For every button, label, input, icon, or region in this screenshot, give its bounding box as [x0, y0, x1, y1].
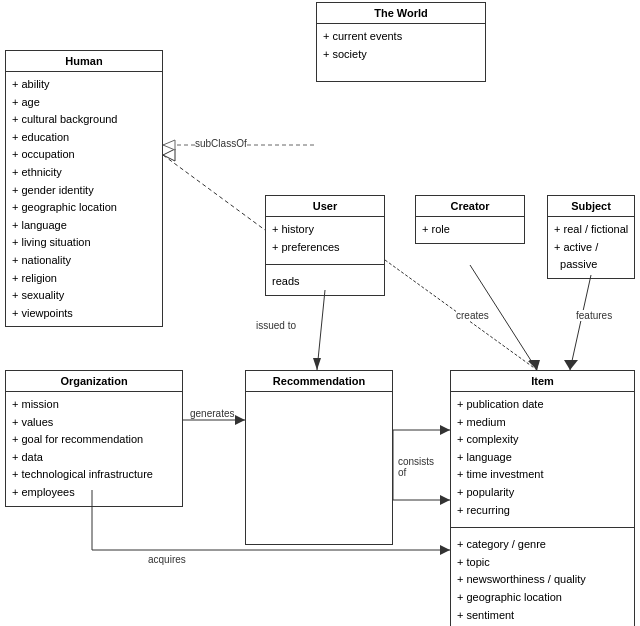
box-recommendation-body: [246, 392, 392, 400]
box-subject-body: + real / fictional + active / passive: [548, 217, 634, 278]
svg-line-11: [570, 275, 591, 370]
box-the-world: The World + current events + society: [316, 2, 486, 82]
label-generates: generates: [190, 408, 234, 419]
box-creator-body: + role: [416, 217, 524, 243]
box-subject-title: Subject: [548, 196, 634, 217]
svg-marker-19: [528, 360, 539, 370]
label-features: features: [576, 310, 612, 321]
box-creator-title: Creator: [416, 196, 524, 217]
label-consists-of: consistsof: [398, 456, 434, 478]
svg-line-2: [317, 290, 325, 370]
box-item-body2: + category / genre + topic + newsworthin…: [451, 532, 634, 626]
box-the-world-title: The World: [317, 3, 485, 24]
label-subclassof: subClassOf: [195, 138, 247, 149]
box-human-body: + ability + age + cultural background + …: [6, 72, 162, 326]
diagram: The World + current events + society Hum…: [0, 0, 640, 626]
svg-marker-21: [163, 140, 175, 150]
svg-marker-16: [440, 495, 450, 505]
box-human-title: Human: [6, 51, 162, 72]
box-organization-body: + mission + values + goal for recommenda…: [6, 392, 182, 506]
box-item-title: Item: [451, 371, 634, 392]
box-user-title: User: [266, 196, 384, 217]
box-recommendation-title: Recommendation: [246, 371, 392, 392]
box-creator: Creator + role: [415, 195, 525, 244]
box-item: Item + publication date + medium + compl…: [450, 370, 635, 626]
box-recommendation: Recommendation: [245, 370, 393, 545]
label-creates: creates: [456, 310, 489, 321]
svg-marker-8: [440, 545, 450, 555]
svg-marker-1: [163, 149, 175, 161]
svg-marker-3: [313, 358, 321, 370]
box-item-body1: + publication date + medium + complexity…: [451, 392, 634, 523]
box-the-world-body: + current events + society: [317, 24, 485, 67]
label-acquires: acquires: [148, 554, 186, 565]
svg-marker-12: [564, 360, 578, 370]
box-user-body2: reads: [266, 269, 384, 295]
svg-marker-10: [529, 360, 540, 370]
box-user-body1: + history + preferences: [266, 217, 384, 260]
label-issued-to: issued to: [256, 320, 296, 331]
box-subject: Subject + real / fictional + active / pa…: [547, 195, 635, 279]
svg-marker-5: [235, 415, 245, 425]
box-user: User + history + preferences reads: [265, 195, 385, 296]
box-organization-title: Organization: [6, 371, 182, 392]
box-organization: Organization + mission + values + goal f…: [5, 370, 183, 507]
box-human: Human + ability + age + cultural backgro…: [5, 50, 163, 327]
svg-line-0: [163, 155, 265, 230]
svg-marker-15: [440, 425, 450, 435]
